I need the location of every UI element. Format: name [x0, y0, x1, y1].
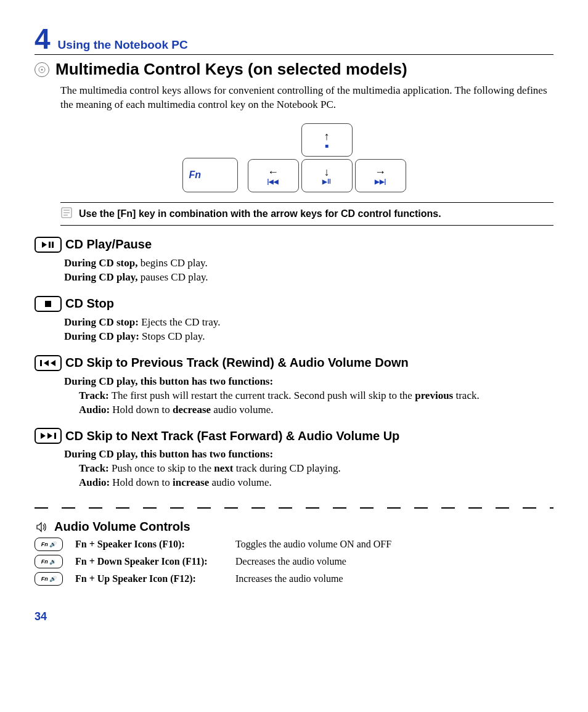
stop-line1: During CD stop: Ejects the CD tray.: [64, 316, 553, 330]
next-track: Track: Push once to skip to the next tra…: [79, 462, 553, 476]
prev-audio: Audio: Hold down to decrease audio volum…: [79, 403, 553, 417]
playpause-line2: During CD play, pauses CD play.: [64, 271, 553, 285]
arrow-down-key: ↓ ▶II: [301, 159, 353, 192]
arrow-down-icon: ↓: [324, 166, 330, 178]
subsection-next: CD Skip to Next Track (Fast Forward) & A…: [35, 428, 553, 444]
play-pause-key-icon: [35, 237, 62, 253]
disc-icon: [35, 62, 49, 77]
stop-key-icon: [35, 296, 62, 312]
speaker-icon: [35, 520, 48, 534]
audio-row-desc: Toggles the audio volume ON and OFF: [235, 539, 391, 550]
audio-row-label: Fn + Up Speaker Icon (F12):: [75, 573, 235, 584]
arrow-right-icon: →: [375, 166, 386, 178]
section-intro: The multimedia control keys allows for c…: [60, 84, 553, 112]
subsection-playpause: CD Play/Pause: [35, 237, 553, 253]
prev-key-icon: [35, 355, 62, 371]
svg-point-1: [41, 68, 43, 70]
next-key-icon: [35, 428, 62, 444]
svg-rect-5: [45, 301, 51, 307]
arrow-left-key: ← |◀◀: [248, 159, 299, 192]
audio-row-label: Fn + Down Speaker Icon (F11):: [75, 556, 235, 567]
prev-track: Track: The first push will restart the c…: [79, 389, 553, 403]
playpause-line1: During CD stop, begins CD play.: [64, 256, 553, 271]
svg-rect-3: [49, 242, 51, 248]
note-icon: [60, 207, 73, 221]
audio-row-label: Fn + Speaker Icons (F10):: [75, 539, 235, 550]
arrow-up-icon: ↑: [324, 131, 330, 142]
stop-icon: ■: [325, 143, 329, 149]
arrow-up-key: ↑ ■: [301, 123, 353, 157]
fn-f11-icon: Fn 🔉: [35, 555, 63, 568]
svg-rect-6: [40, 360, 42, 366]
chapter-number: 4: [35, 25, 51, 53]
next-audio: Audio: Hold down to increase audio volum…: [79, 476, 553, 490]
note-text: Use the [Fn] key in combination with the…: [79, 208, 441, 219]
page-number: 34: [35, 610, 553, 623]
section-title-row: Multimedia Control Keys (on selected mod…: [35, 60, 553, 79]
prev-lead: During CD play, this button has two func…: [64, 375, 553, 389]
prev-track-icon: |◀◀: [267, 179, 279, 185]
subsection-title: CD Skip to Previous Track (Rewind) & Aud…: [65, 356, 409, 370]
play-pause-icon: ▶II: [322, 179, 331, 185]
fn-key: Fn: [182, 158, 238, 192]
section-title: Multimedia Control Keys (on selected mod…: [55, 60, 407, 79]
audio-row-desc: Increases the audio volume: [235, 573, 343, 584]
fn-f10-icon: Fn 🔊: [35, 538, 63, 551]
svg-rect-4: [52, 242, 54, 248]
note-box: Use the [Fn] key in combination with the…: [60, 202, 553, 226]
next-track-icon: ▶▶|: [375, 179, 386, 185]
subsection-title: Audio Volume Controls: [54, 520, 190, 534]
audio-row-f10: Fn 🔊 Fn + Speaker Icons (F10): Toggles t…: [35, 538, 553, 551]
chapter-header: 4 Using the Notebook PC: [35, 25, 553, 55]
audio-rows: Fn 🔊 Fn + Speaker Icons (F10): Toggles t…: [35, 538, 553, 586]
keys-diagram: Fn ↑ ■ ← |◀◀ ↓ ▶II → ▶▶|: [35, 123, 553, 192]
dashed-divider: [35, 507, 553, 509]
subsection-title: CD Stop: [65, 297, 114, 311]
next-lead: During CD play, this button has two func…: [64, 448, 553, 462]
svg-rect-7: [54, 433, 56, 439]
subsection-title: CD Skip to Next Track (Fast Forward) & A…: [65, 429, 399, 443]
subsection-audio-controls: Audio Volume Controls: [35, 520, 553, 534]
subsection-stop: CD Stop: [35, 296, 553, 312]
arrow-left-icon: ←: [267, 166, 279, 178]
audio-row-f11: Fn 🔉 Fn + Down Speaker Icon (F11): Decre…: [35, 555, 553, 568]
stop-line2: During CD play: Stops CD play.: [64, 330, 553, 344]
chapter-title: Using the Notebook PC: [58, 38, 188, 52]
fn-f12-icon: Fn 🔊: [35, 572, 63, 586]
subsection-prev: CD Skip to Previous Track (Rewind) & Aud…: [35, 355, 553, 371]
audio-row-f12: Fn 🔊 Fn + Up Speaker Icon (F12): Increas…: [35, 572, 553, 586]
audio-row-desc: Decreases the audio volume: [235, 556, 346, 567]
subsection-title: CD Play/Pause: [65, 237, 152, 252]
arrow-right-key: → ▶▶|: [355, 159, 406, 192]
